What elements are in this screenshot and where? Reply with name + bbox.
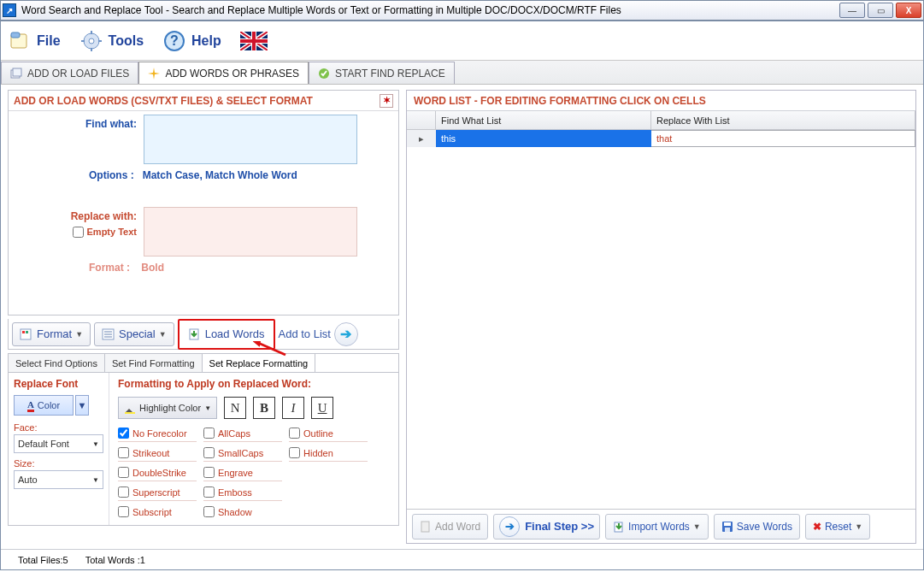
face-dropdown[interactable]: Default Font▼ bbox=[14, 434, 103, 453]
superscript-checkbox[interactable] bbox=[118, 486, 129, 498]
close-button[interactable]: X bbox=[896, 3, 921, 18]
status-bar: Total Files:5 Total Words :1 bbox=[1, 549, 923, 569]
tools-menu-label: Tools bbox=[109, 33, 144, 49]
save-words-button[interactable]: Save Words bbox=[714, 514, 800, 540]
normal-style-button[interactable]: N bbox=[224, 397, 246, 419]
file-menu[interactable]: File bbox=[8, 29, 61, 53]
maximize-button[interactable]: ▭ bbox=[868, 3, 893, 18]
file-menu-label: File bbox=[37, 33, 61, 49]
superscript-label: Superscript bbox=[132, 487, 180, 498]
replace-with-input[interactable] bbox=[144, 207, 357, 257]
shadow-checkbox[interactable] bbox=[203, 506, 215, 517]
format-button[interactable]: Format▼ bbox=[12, 322, 91, 346]
word-list-panel: WORD LIST - FOR EDITING FORMATTING CLICK… bbox=[406, 90, 916, 544]
strikeout-checkbox[interactable] bbox=[118, 447, 129, 458]
empty-text-checkbox[interactable] bbox=[73, 227, 84, 238]
format-value: Bold bbox=[141, 262, 164, 274]
svg-rect-29 bbox=[421, 522, 429, 532]
save-words-label: Save Words bbox=[737, 521, 792, 533]
allcaps-checkbox[interactable] bbox=[203, 428, 215, 439]
outline-checkbox[interactable] bbox=[289, 428, 300, 439]
size-label: Size: bbox=[14, 458, 103, 469]
subscript-checkbox[interactable] bbox=[118, 506, 129, 517]
highlight-color-button[interactable]: Highlight Color ▼ bbox=[118, 397, 217, 419]
find-what-input[interactable] bbox=[144, 115, 357, 164]
format-icon bbox=[20, 327, 33, 341]
tab-set-find-formatting[interactable]: Set Find Formatting bbox=[105, 354, 203, 372]
face-label: Face: bbox=[14, 422, 103, 433]
file-icon bbox=[8, 29, 32, 53]
hidden-checkbox[interactable] bbox=[289, 447, 300, 458]
svg-point-3 bbox=[89, 38, 94, 44]
format-button-label: Format bbox=[37, 327, 72, 340]
table-row[interactable]: ▸ this that bbox=[407, 130, 915, 147]
tab-add-words[interactable]: ADD WORDS OR PHRASES bbox=[138, 62, 309, 84]
smallcaps-checkbox[interactable] bbox=[203, 447, 215, 458]
add-to-list-arrow-button[interactable]: ➔ bbox=[334, 322, 358, 346]
size-dropdown[interactable]: Auto▼ bbox=[14, 470, 103, 489]
smallcaps-label: SmallCaps bbox=[218, 448, 263, 458]
tab-start-replace-label: START FIND REPLACE bbox=[335, 68, 445, 80]
tools-menu[interactable]: Tools bbox=[79, 29, 144, 53]
subscript-label: Subscript bbox=[132, 507, 172, 517]
engrave-checkbox[interactable] bbox=[203, 467, 215, 478]
formatting-section: Formatting to Apply on Replaced Word: Hi… bbox=[109, 373, 398, 525]
tab-start-replace[interactable]: START FIND REPLACE bbox=[309, 62, 455, 84]
reset-label: Reset bbox=[825, 521, 851, 533]
font-color-button[interactable]: A Color bbox=[14, 395, 74, 416]
format-label: Format : bbox=[89, 262, 130, 274]
italic-style-button[interactable]: I bbox=[282, 397, 304, 419]
help-menu[interactable]: ? Help bbox=[162, 29, 221, 53]
minimize-button[interactable]: ― bbox=[839, 3, 865, 18]
add-to-list-link[interactable]: Add to List bbox=[279, 327, 331, 340]
load-words-button[interactable]: Load Words bbox=[181, 322, 272, 346]
shadow-label: Shadow bbox=[218, 507, 252, 517]
panel-close-icon[interactable]: ✶ bbox=[380, 94, 393, 108]
add-word-button[interactable]: Add Word bbox=[412, 514, 488, 540]
svg-rect-28 bbox=[125, 412, 135, 414]
final-step-button[interactable]: ➔ Final Step >> bbox=[493, 514, 600, 540]
svg-rect-20 bbox=[26, 331, 28, 333]
bold-style-button[interactable]: B bbox=[253, 397, 275, 419]
special-button-label: Special bbox=[119, 327, 156, 340]
sparkle-icon bbox=[148, 68, 160, 80]
language-flag-uk[interactable] bbox=[240, 32, 268, 50]
reset-button[interactable]: ✖ Reset▼ bbox=[805, 514, 870, 540]
special-button[interactable]: Special▼ bbox=[94, 322, 174, 346]
status-total-files: Total Files:5 bbox=[18, 555, 68, 565]
tab-add-files[interactable]: ADD OR LOAD FILES bbox=[1, 62, 138, 84]
help-icon: ? bbox=[162, 29, 186, 53]
row-indicator-icon: ▸ bbox=[407, 130, 436, 147]
import-down-icon bbox=[613, 521, 625, 533]
svg-rect-33 bbox=[725, 528, 730, 532]
no-forecolor-label: No Forecolor bbox=[132, 428, 187, 439]
import-icon bbox=[188, 327, 202, 341]
underline-style-button[interactable]: U bbox=[311, 397, 333, 419]
replace-font-header: Replace Font bbox=[14, 378, 103, 390]
cell-replace[interactable]: that bbox=[651, 130, 915, 147]
formatting-panel: Select Find Options Set Find Formatting … bbox=[8, 353, 399, 526]
col-replace-header[interactable]: Replace With List bbox=[651, 111, 915, 129]
replace-with-label: Replace with: bbox=[15, 210, 137, 223]
font-color-dropdown[interactable]: ▼ bbox=[75, 395, 89, 416]
highlight-icon bbox=[124, 402, 136, 414]
tab-add-files-label: ADD OR LOAD FILES bbox=[27, 68, 129, 80]
import-words-button[interactable]: Import Words▼ bbox=[605, 514, 709, 540]
tab-add-words-label: ADD WORDS OR PHRASES bbox=[165, 68, 299, 80]
col-find-header[interactable]: Find What List bbox=[436, 111, 651, 129]
size-value: Auto bbox=[18, 475, 38, 485]
no-forecolor-checkbox[interactable] bbox=[118, 428, 129, 439]
word-list-toolbar: Add Word ➔ Final Step >> Import Words▼ S… bbox=[407, 509, 915, 543]
help-menu-label: Help bbox=[191, 33, 221, 49]
cell-find[interactable]: this bbox=[436, 130, 651, 147]
replace-font-section: Replace Font A Color ▼ Face: Default Fon… bbox=[9, 373, 109, 525]
tab-select-find-options[interactable]: Select Find Options bbox=[9, 354, 105, 372]
title-bar: ↗ Word Search and Replace Tool - Search … bbox=[0, 0, 924, 21]
doublestrike-checkbox[interactable] bbox=[118, 467, 129, 478]
app-icon: ↗ bbox=[3, 3, 16, 17]
emboss-checkbox[interactable] bbox=[203, 486, 215, 498]
import-words-label: Import Words bbox=[628, 521, 690, 533]
tab-set-replace-formatting[interactable]: Set Replace Formatting bbox=[203, 354, 316, 372]
hidden-label: Hidden bbox=[303, 448, 333, 458]
face-value: Default Font bbox=[18, 439, 69, 449]
